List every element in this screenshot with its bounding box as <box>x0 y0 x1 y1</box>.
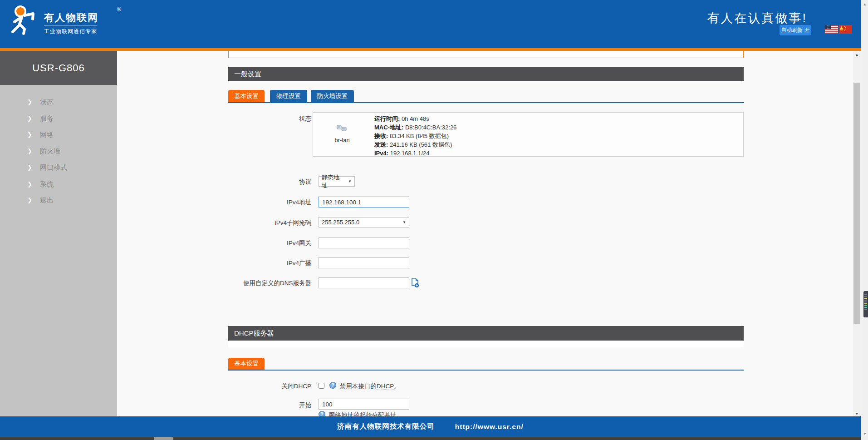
tab-physical-settings[interactable]: 物理设置 <box>270 90 307 102</box>
ipv4-broadcast-input[interactable] <box>319 257 409 268</box>
dhcp-start-input[interactable] <box>319 399 409 410</box>
stat-label: MAC-地址: <box>374 124 403 131</box>
interface-block: br-lan <box>329 125 356 143</box>
brand-separator <box>44 25 97 26</box>
dropdown-arrow-icon: ▼ <box>402 220 406 224</box>
horizontal-scrollbar-thumb[interactable] <box>154 437 173 440</box>
help-text-suffix: 。 <box>394 383 400 390</box>
custom-dns-input[interactable] <box>319 277 409 288</box>
brand-subtitle: 工业物联网通信专家 <box>44 28 97 35</box>
disable-dhcp-checkbox[interactable] <box>319 383 324 389</box>
footer-company: 济南有人物联网技术有限公司 <box>337 422 435 431</box>
cn-flag-icon[interactable] <box>839 25 852 34</box>
help-text-prefix: 禁用本接口的 <box>340 383 377 390</box>
dhcp-section-bar: DHCP服务器 <box>228 326 744 341</box>
footer-url[interactable]: http://www.usr.cn/ <box>455 423 524 431</box>
us-flag-icon[interactable] <box>825 25 838 34</box>
dhcp-start-label: 开始 <box>228 401 311 410</box>
sidebar-item-network[interactable]: ❯ 网络 <box>0 127 117 143</box>
ipv4-netmask-select[interactable]: 255.255.255.0 ▼ <box>319 217 409 227</box>
stat-label: 发送: <box>374 141 388 148</box>
dropdown-arrow-icon: ▼ <box>348 179 352 183</box>
interface-stats: 运行时间: 0h 4m 48s MAC-地址: D8:B0:4C:BA:32:2… <box>374 114 456 158</box>
scroll-down-button[interactable]: ▼ <box>861 430 868 438</box>
stat-value: 192.168.1.1/24 <box>390 150 430 157</box>
disable-dhcp-help-text: 禁用本接口的DHCP。 <box>340 382 400 391</box>
chevron-right-icon: ❯ <box>27 192 32 208</box>
page: ® 有人物联网 工业物联网通信专家 有人在认真做事! 自动刷新 开 <box>0 0 868 440</box>
sidebar-item-label: 网络 <box>40 127 54 143</box>
header-slogan: 有人在认真做事! <box>707 10 807 26</box>
add-dns-entry-icon[interactable] <box>411 278 419 288</box>
window-scrollbar[interactable]: ▲ ▼ <box>861 0 868 440</box>
protocol-select[interactable]: 静态地址 ▼ <box>319 176 355 187</box>
stat-label: 接收: <box>374 133 388 139</box>
edge-overlay-widget[interactable] <box>863 291 868 317</box>
ipv4-broadcast-label: IPv4广播 <box>228 259 311 267</box>
sidebar-item-label: 服务 <box>40 110 54 127</box>
sidebar-item-label: 防火墙 <box>40 143 60 159</box>
stat-label: 运行时间: <box>374 115 400 122</box>
custom-dns-label: 使用自定义的DNS服务器 <box>228 279 311 287</box>
content-scrollbar-thumb[interactable] <box>853 83 860 324</box>
footer: 济南有人物联网技术有限公司 http://www.usr.cn/ <box>0 416 861 437</box>
dhcp-tab-basic-settings[interactable]: 基本设置 <box>228 358 265 370</box>
stat-value: 0h 4m 48s <box>402 115 429 122</box>
stat-label: IPv4: <box>374 150 388 157</box>
sidebar-item-label: 网口模式 <box>40 159 67 176</box>
device-model-title: USR-G806 <box>0 51 117 85</box>
scroll-up-button[interactable]: ▲ <box>853 51 861 59</box>
sidebar-item-system[interactable]: ❯ 系统 <box>0 176 117 193</box>
horizontal-scrollbar[interactable] <box>0 437 861 440</box>
protocol-label: 协议 <box>228 178 311 186</box>
sidebar-item-status[interactable]: ❯ 状态 <box>0 94 117 110</box>
chevron-right-icon: ❯ <box>27 176 32 193</box>
previous-section-box-bottom <box>228 51 744 58</box>
dhcp-abbr[interactable]: DHCP <box>377 383 394 390</box>
sidebar-item-firewall[interactable]: ❯ 防火墙 <box>0 143 117 159</box>
status-label: 状态 <box>228 115 311 123</box>
dhcp-tab-underline <box>228 370 744 371</box>
bridge-interface-icon <box>337 125 348 134</box>
ipv4-netmask-label: IPv4子网掩码 <box>228 219 311 227</box>
ipv4-address-input[interactable] <box>319 197 409 208</box>
stat-value: 83.34 KB (845 数据包) <box>390 133 449 139</box>
registered-mark: ® <box>117 6 121 13</box>
stat-value: D8:B0:4C:BA:32:26 <box>405 124 456 131</box>
sidebar-item-port-mode[interactable]: ❯ 网口模式 <box>0 159 117 176</box>
ipv4-gateway-input[interactable] <box>319 237 409 248</box>
chevron-right-icon: ❯ <box>27 127 32 143</box>
chevron-right-icon: ❯ <box>27 110 32 127</box>
tab-underline <box>228 102 744 103</box>
tab-basic-settings[interactable]: 基本设置 <box>228 90 265 102</box>
chevron-right-icon: ❯ <box>27 159 32 176</box>
tab-firewall-settings[interactable]: 防火墙设置 <box>311 90 354 102</box>
top-header: ® 有人物联网 工业物联网通信专家 有人在认真做事! 自动刷新 开 <box>0 0 868 48</box>
disable-dhcp-label: 关闭DHCP <box>228 382 311 391</box>
stat-value: 241.16 KB (561 数据包) <box>390 141 452 148</box>
interface-name: br-lan <box>329 137 356 143</box>
protocol-selected-value: 静态地址 <box>322 173 344 190</box>
help-icon: ? <box>329 382 336 389</box>
ipv4-address-label: IPv4地址 <box>228 198 311 207</box>
general-settings-section-bar: 一般设置 <box>228 67 744 81</box>
brand-title: 有人物联网 <box>44 11 98 25</box>
sidebar-item-logout[interactable]: ❯ 退出 <box>0 192 117 208</box>
chevron-right-icon: ❯ <box>27 143 32 159</box>
sidebar-item-label: 退出 <box>40 192 54 208</box>
chevron-right-icon: ❯ <box>27 94 32 110</box>
dhcp-section-strip <box>228 341 744 347</box>
auto-refresh-toggle[interactable]: 自动刷新 开 <box>780 25 811 35</box>
ipv4-gateway-label: IPv4网关 <box>228 239 311 247</box>
usr-logo-icon <box>8 4 38 39</box>
scroll-up-button[interactable]: ▲ <box>861 1 868 8</box>
content-scrollbar[interactable]: ▲ ▼ <box>853 51 861 418</box>
netmask-selected-value: 255.255.255.0 <box>322 219 359 226</box>
sidebar-item-label: 状态 <box>40 94 54 110</box>
sidebar-item-label: 系统 <box>40 176 54 193</box>
sidebar-item-services[interactable]: ❯ 服务 <box>0 110 117 127</box>
